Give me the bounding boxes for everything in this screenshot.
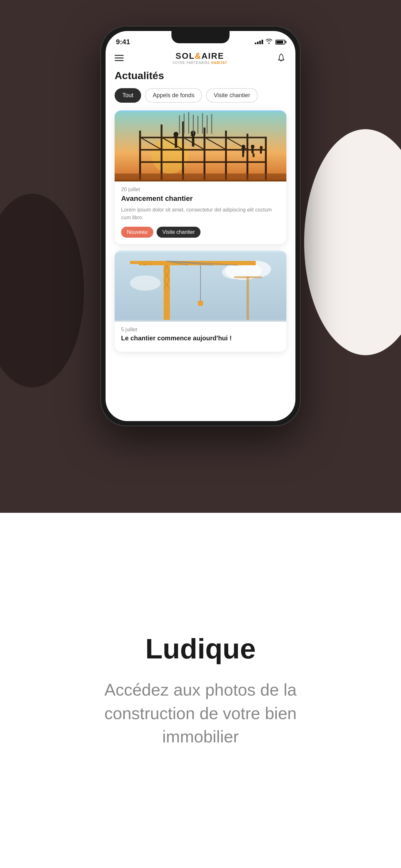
svg-rect-32 (243, 153, 244, 157)
article-image-2 (115, 251, 286, 321)
app-header: SOL&AIRE VOTRE PARTENAIRE HABITAT (105, 49, 296, 70)
notifications-button[interactable] (276, 53, 286, 63)
content-area: Actualités Tout Appels de fonds Visite c… (105, 70, 296, 421)
svg-rect-20 (174, 136, 178, 137)
svg-point-37 (259, 146, 263, 149)
article-tags-1: Nouveau Visite chantier (121, 227, 280, 238)
svg-rect-9 (265, 137, 267, 180)
svg-rect-65 (130, 261, 164, 264)
svg-rect-43 (197, 116, 198, 134)
tag-visite-chantier[interactable]: Visite chantier (157, 227, 201, 238)
wifi-icon (266, 39, 272, 45)
page-title: Actualités (115, 70, 286, 82)
phone-wrapper: 9:41 (100, 26, 301, 426)
svg-point-52 (130, 275, 161, 291)
tab-appels-de-fonds[interactable]: Appels de fonds (145, 88, 202, 103)
svg-rect-19 (175, 136, 177, 143)
svg-rect-47 (115, 174, 286, 180)
logo-subtitle: VOTRE PARTENAIRE HABITAT (173, 61, 227, 65)
svg-rect-35 (253, 153, 254, 157)
svg-rect-36 (253, 153, 254, 157)
svg-rect-24 (192, 135, 194, 142)
phone-frame: 9:41 (100, 26, 301, 426)
logo: SOL&AIRE VOTRE PARTENAIRE HABITAT (173, 51, 227, 65)
signal-icon (255, 40, 263, 44)
svg-rect-39 (179, 115, 180, 134)
article-title-1: Avancement chantier (121, 194, 280, 203)
svg-rect-40 (184, 114, 185, 134)
svg-rect-42 (193, 115, 194, 134)
article-date-2: 5 juillet (121, 327, 280, 333)
bg-shape-right (304, 129, 401, 355)
bottom-subtitle: Accédez aux photos de la construction de… (104, 678, 297, 748)
svg-rect-46 (211, 114, 212, 134)
status-icons (255, 39, 285, 45)
article-image-1 (115, 111, 286, 182)
svg-point-18 (174, 132, 178, 136)
svg-rect-70 (198, 301, 203, 306)
article-date-1: 20 juillet (121, 187, 280, 192)
svg-rect-30 (241, 148, 245, 149)
tab-visite-chantier[interactable]: Visite chantier (206, 88, 258, 103)
svg-rect-22 (176, 143, 177, 148)
svg-rect-45 (207, 115, 208, 134)
bg-shape-left (0, 194, 84, 388)
filter-tabs: Tout Appels de fonds Visite chantier (115, 88, 286, 103)
menu-button[interactable] (115, 55, 124, 61)
svg-rect-8 (247, 134, 249, 180)
svg-rect-71 (247, 277, 249, 320)
svg-rect-38 (260, 149, 262, 154)
article-card-2[interactable]: 5 juillet Le chantier commence aujourd'h… (115, 251, 286, 352)
svg-rect-4 (161, 125, 163, 180)
svg-rect-26 (192, 142, 193, 147)
bottom-section: Ludique Accédez aux photos de la constru… (0, 513, 401, 868)
svg-rect-34 (251, 148, 254, 153)
svg-rect-53 (164, 261, 170, 320)
svg-rect-44 (202, 113, 203, 134)
article-body-1: 20 juillet Avancement chantier Lorem ips… (115, 182, 286, 244)
tag-nouveau[interactable]: Nouveau (121, 227, 153, 238)
tab-tout[interactable]: Tout (115, 88, 141, 103)
article-body-2: 5 juillet Le chantier commence aujourd'h… (115, 321, 286, 352)
svg-rect-11 (139, 149, 267, 151)
bottom-title: Ludique (145, 632, 256, 665)
svg-rect-31 (242, 153, 243, 157)
article-card-1[interactable]: 20 juillet Avancement chantier Lorem ips… (115, 111, 286, 244)
article-excerpt-1: Lorem ipsum dolor sit amet, consectetur … (121, 206, 280, 221)
svg-rect-10 (139, 137, 267, 138)
svg-rect-21 (175, 143, 176, 148)
article-title-2: Le chantier commence aujourd'hui ! (121, 335, 280, 342)
phone-notch (172, 31, 229, 43)
svg-rect-41 (188, 113, 189, 134)
svg-rect-27 (193, 142, 194, 147)
svg-rect-25 (191, 135, 195, 136)
svg-rect-72 (235, 276, 262, 278)
phone-screen: 9:41 (105, 31, 296, 421)
svg-rect-12 (139, 161, 267, 163)
svg-rect-6 (204, 128, 206, 180)
svg-point-0 (281, 54, 281, 55)
status-time: 9:41 (116, 38, 130, 46)
battery-icon (275, 40, 285, 44)
logo-text: SOL&AIRE (176, 51, 224, 61)
